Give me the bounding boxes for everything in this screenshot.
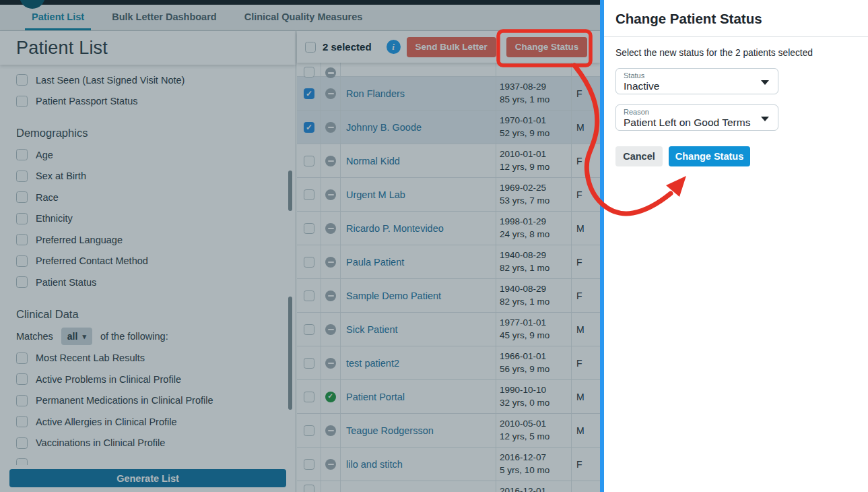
panel-subtitle: Select the new status for the 2 patients… (615, 48, 855, 58)
status-select-label: Status (624, 71, 771, 80)
change-patient-status-panel: Change Patient Status Select the new sta… (600, 0, 868, 492)
panel-title: Change Patient Status (615, 0, 855, 36)
caret-down-icon (761, 80, 769, 85)
reason-select-label: Reason (624, 108, 771, 116)
modal-scrim (0, 0, 600, 492)
change-status-confirm-button[interactable]: Change Status (669, 146, 750, 166)
cancel-button[interactable]: Cancel (615, 146, 663, 166)
reason-select-value: Patient Left on Good Terms (624, 116, 771, 129)
reason-select[interactable]: Reason Patient Left on Good Terms (615, 104, 778, 131)
caret-down-icon (761, 117, 769, 121)
panel-buttons: Cancel Change Status (615, 146, 855, 166)
status-select-value: Inactive (624, 80, 771, 92)
panel-divider (604, 36, 868, 37)
status-select[interactable]: Status Inactive (615, 68, 778, 94)
